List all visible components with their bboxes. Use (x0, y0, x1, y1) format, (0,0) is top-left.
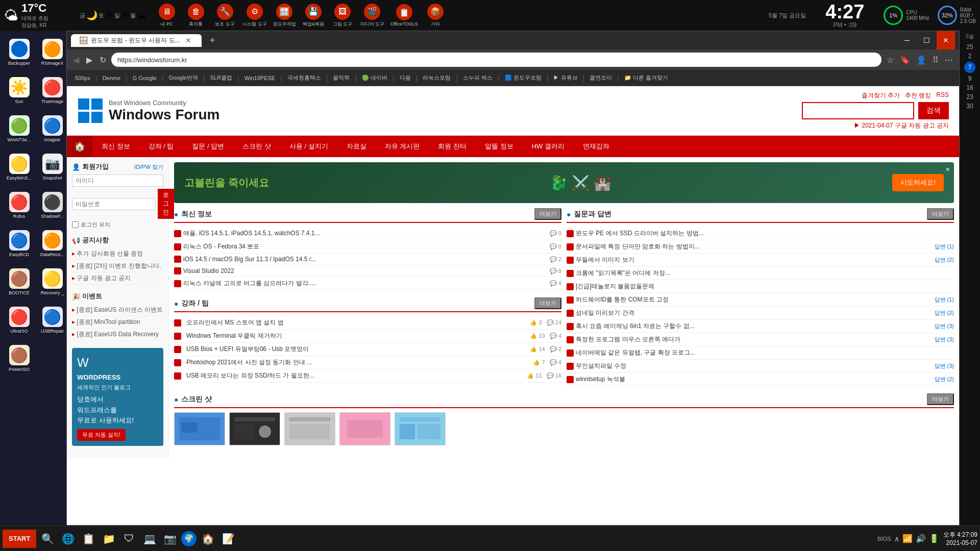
bookmark-500px[interactable]: 500px (71, 73, 94, 83)
nav-install[interactable]: 사용 / 설치기 (280, 137, 337, 156)
qa-item-4[interactable]: 크롬에 "읽기목록"은 어디에 저장... (567, 267, 954, 280)
top-icon-media[interactable]: 🎬 미디어 도구 (360, 4, 385, 28)
banner-try-button[interactable]: 시도하세요! (892, 174, 944, 191)
search-input[interactable] (802, 102, 914, 119)
desktop-icon-poweriso[interactable]: 🟤 PowerISO (3, 339, 36, 378)
desktop-icon-backupper[interactable]: Backupper (3, 33, 36, 71)
top-icon-winwork[interactable]: 🪟 윈도우작업 (273, 4, 296, 28)
banner-close-button[interactable]: ✕ (945, 166, 950, 173)
news-item-3[interactable]: iOS 14.5 / macOS Big Sur 11.3 / IpadOS 1… (174, 254, 561, 265)
extensions-icon[interactable]: ⠿ (930, 53, 941, 67)
bookmark-youtube[interactable]: ▶ 유튜브 (549, 72, 581, 83)
top-icon-recycle[interactable]: 🗑 휴지통 (184, 4, 207, 28)
screenshot-thumb-4[interactable] (339, 412, 390, 445)
minimize-button[interactable]: ─ (898, 31, 916, 49)
qa-item-7[interactable]: 섬네일 미리보기 간격 답변 (2) (567, 307, 954, 320)
desktop-icon-usbrepair[interactable]: 🔵 USBRepair (36, 301, 69, 339)
taskbar-icon-cortana[interactable]: 🌐 (59, 530, 77, 548)
bookmark-job[interactable]: 꿀직학 (329, 72, 354, 83)
tips-more-button[interactable]: 더보기 (534, 297, 561, 309)
qa-item-9[interactable]: 특정한 프로그램 마우스 오른쪽 에다가 답변 (3) (567, 333, 954, 346)
tip-item-5[interactable]: USB 메모리 보다는 외장 SSD/하드 가 필요한... 👍 11 💬 16 (174, 369, 561, 383)
bookmark-tax[interactable]: 국세청홈텍스 (283, 72, 325, 83)
taskbar-icon-search[interactable]: 🔍 (38, 530, 57, 548)
taskbar-icon-pc[interactable]: 💻 (140, 530, 159, 548)
tip-item-2[interactable]: Windows Terminal 우클릭 제거하기 👍 10 💬 4 (174, 330, 561, 343)
new-tab-button[interactable]: + (206, 35, 219, 46)
login-pw-input[interactable] (72, 198, 156, 210)
nav-resources[interactable]: 자료실 (337, 137, 376, 156)
bookmark-slr[interactable]: SLR클럽 (206, 72, 236, 83)
profile-icon[interactable]: 👤 (914, 53, 928, 67)
collection-icon[interactable]: 🔖 (898, 53, 912, 67)
address-bar[interactable] (111, 53, 881, 67)
desktop-icon-rufus[interactable]: 🔴 Rufus (3, 186, 36, 224)
bookmark-winforum[interactable]: 🟦 윈도우포럼 (501, 72, 546, 83)
top-icon-office[interactable]: 📋 OfficeTOOLS (390, 4, 418, 27)
top-icon-backup[interactable]: 💾 백업&복원 (302, 4, 325, 28)
nav-tips[interactable]: 강좌 / 팁 (139, 137, 183, 156)
nav-home[interactable]: 🏠 (67, 136, 92, 157)
browser-tab-active[interactable]: 🪟 윈도우 포럼 - 윈도우 사용자 도... ✕ (71, 34, 202, 47)
nav-latest[interactable]: 최신 정보 (92, 137, 139, 156)
volume-icon[interactable]: 🔊 (916, 534, 926, 543)
taskbar-icon-task[interactable]: 📋 (79, 530, 97, 548)
taskbar-icon-home[interactable]: 🏠 (199, 530, 217, 548)
refresh-button[interactable]: ↻ (97, 53, 108, 67)
notice-item-3[interactable]: 구글 자동 광고 공지 (72, 272, 163, 285)
screenshot-thumb-3[interactable] (284, 412, 335, 445)
qa-item-11[interactable]: 무인설치파일 수정 답변 (3) (567, 360, 954, 373)
tip-item-3[interactable]: USB Bios + UEFI 듀얼부팅06 - Usb 포멧었이 👍 14 💬… (174, 343, 561, 356)
header-favorites-link[interactable]: 즐겨찾기 추가 (862, 91, 900, 100)
wp-ad-banner[interactable]: W WORDPRESS 세계적인 인기 블로그 당효에서워드프래스를무료로 사용… (72, 348, 163, 446)
qa-item-8[interactable]: 혹시 요즘 레미제닝 6in1 자료는 구할수 없... 답변 (3) (567, 320, 954, 333)
qa-item-1[interactable]: 윈도우 PE 에서 SSD 드라이버 설치하는 방법... (567, 227, 954, 240)
nav-series[interactable]: 연재감좌 (574, 137, 619, 156)
news-item-2[interactable]: 리눅스 OS - Fedora 34 뽀포 💬 0 (174, 240, 561, 254)
taskbar-icon-explorer[interactable]: 📁 (100, 530, 118, 548)
bookmark-daum[interactable]: 다음 (396, 72, 415, 83)
bookmark-star-icon[interactable]: ☆ (885, 53, 896, 67)
desktop-icon-easybcd[interactable]: 🔵 EasyBCD (3, 224, 36, 263)
news-item-5[interactable]: 리눅스 카널에 고의로 버그를 심으려다가 발각..... 💬 4 (174, 277, 561, 290)
nav-free-board[interactable]: 자유 게시판 (376, 137, 429, 156)
notice-item-2[interactable]: [종료] [2차] 이벤트 진행합니다. (72, 260, 163, 272)
nav-hw[interactable]: HW 갤러리 (523, 137, 574, 156)
qa-item-6[interactable]: 하드웨어ID를 통한 COM포트 고정 답변 (1) (567, 293, 954, 307)
news-item-4[interactable]: Visual Studio 2022 💬 8 (174, 265, 561, 277)
screenshot-thumb-5[interactable] (395, 412, 446, 445)
taskbar-clock[interactable]: 오후 4:27:09 2021-05-07 (943, 531, 977, 546)
remember-checkbox[interactable] (72, 221, 79, 228)
top-icon-systools[interactable]: ⚙ 시스템 도구 (242, 4, 267, 28)
taskbar-icon-defender[interactable]: 🛡 (120, 530, 138, 548)
menu-icon[interactable]: ⋯ (943, 53, 955, 67)
bookmark-fun[interactable]: 클연조이 (585, 72, 616, 83)
top-icon-mypc[interactable]: 🖥 내 PC (155, 4, 178, 28)
nav-deals[interactable]: 알뜰 정보 (476, 137, 523, 156)
event-item-3[interactable]: [종료] EaseUS Data Recovery (72, 329, 163, 341)
top-icon-tools[interactable]: 🔧 보조 도구 (213, 4, 236, 28)
bookmark-denme[interactable]: Denme (99, 73, 125, 83)
notice-item-1[interactable]: 추가 감사회원 선물 증정 (72, 248, 163, 260)
bookmark-naver[interactable]: 🟢 네이버 (358, 72, 391, 83)
nav-member[interactable]: 회원 잔터 (429, 137, 476, 156)
news-item-1[interactable]: 애플, iOS 14.5.1, iPadOS 14.5.1, watchOS 7… (174, 227, 561, 240)
screenshots-more-button[interactable]: 더보기 (927, 393, 954, 405)
qa-item-10[interactable]: 네이버메일 같은 듀얼탭, 구글 확장 프로그... (567, 346, 954, 360)
tab-close-button[interactable]: ✕ (183, 36, 193, 44)
search-button[interactable]: 검색 (918, 102, 949, 119)
desktop-icon-winntse[interactable]: 🟢 WinNTSe... (3, 110, 36, 148)
desktop-icon-shadowp[interactable]: ⚫ ShadowP... (36, 186, 69, 224)
top-icon-image[interactable]: 🖼 그림 도구 (331, 4, 354, 28)
qa-more-button[interactable]: 더보기 (927, 208, 954, 220)
bookmark-more[interactable]: 📁 다른 즐겨찾기 (620, 72, 672, 83)
bookmark-win10pese[interactable]: Win10PESE (240, 73, 280, 83)
event-item-2[interactable]: [종료] MiniTool partition (72, 316, 163, 329)
desktop-icon-bootice[interactable]: 🟤 BOOTICE (3, 263, 36, 301)
header-ranking-link[interactable]: 추천 랭킹 (905, 91, 931, 100)
taskbar-icon-notes[interactable]: 📝 (219, 530, 237, 548)
top-icon-etc[interactable]: 📦 기타 (424, 4, 447, 28)
qa-item-3[interactable]: 무들에서 이미지 보기 답변 (2) (567, 254, 954, 267)
tray-arrow-icon[interactable]: ∧ (894, 535, 899, 543)
back-button[interactable]: ◀ (71, 53, 81, 67)
